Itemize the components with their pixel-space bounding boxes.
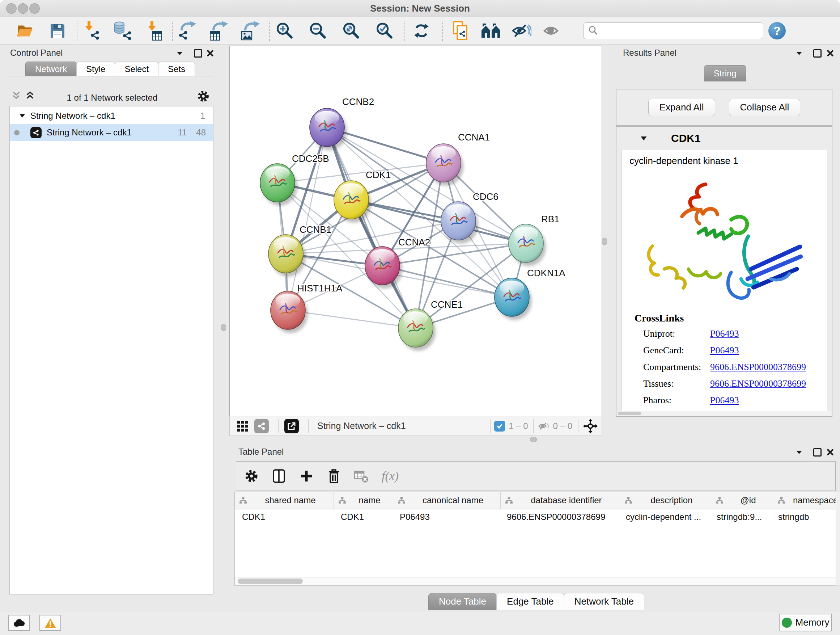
delete-table-button[interactable] [354, 468, 369, 484]
results-panel-float-button[interactable] [813, 49, 822, 57]
zoom-in-button[interactable] [273, 19, 295, 42]
network-canvas[interactable]: CCNB2 CCNA1 CDC25B CDK1 [229, 46, 602, 416]
results-horizontal-scrollbar[interactable] [617, 411, 831, 416]
pan-mode-button[interactable] [582, 418, 599, 434]
export-image-button[interactable] [240, 19, 262, 42]
collapse-section-icon[interactable] [640, 136, 647, 141]
expand-all-button[interactable]: Expand All [648, 99, 715, 116]
network-row-selected[interactable]: String Network – cdk1 11 48 [10, 124, 213, 141]
gear-icon [245, 469, 258, 483]
zoom-fit-content-button[interactable] [339, 19, 362, 42]
tab-style[interactable]: Style [76, 62, 115, 76]
table-body: CDK1CDK1P064939606.ENSP00000378699cyclin… [235, 509, 836, 524]
tab-node-table[interactable]: Node Table [428, 593, 497, 610]
network-status-dot [14, 130, 19, 135]
tab-network[interactable]: Network [25, 62, 77, 76]
collapse-all-button[interactable]: Collapse All [729, 99, 801, 116]
show-all-button[interactable] [540, 19, 563, 42]
tab-string[interactable]: String [704, 65, 746, 81]
network-node-cdc25b[interactable]: CDC25B [260, 153, 329, 206]
tab-select[interactable]: Select [115, 62, 158, 76]
zoom-out-button[interactable] [306, 19, 328, 42]
collapse-all-networks-button[interactable] [11, 91, 21, 99]
export-table-button[interactable] [208, 19, 230, 42]
column-header-description[interactable]: description [620, 492, 711, 509]
hide-selected-button[interactable] [510, 19, 532, 42]
network-panel-options-button[interactable] [197, 90, 210, 103]
selected-items-checkbox[interactable] [494, 421, 505, 432]
table-horizontal-scrollbar[interactable] [235, 577, 836, 585]
open-session-button[interactable] [14, 19, 36, 42]
network-node-hist1h1a[interactable]: HIST1H1A [271, 283, 343, 333]
network-node-rb1[interactable]: RB1 [508, 214, 560, 266]
column-header-databaseidentifier[interactable]: database identifier [501, 492, 620, 509]
control-panel-close-button[interactable] [205, 49, 215, 57]
network-node-ccnb2[interactable]: CCNB2 [309, 96, 374, 150]
tab-network-table[interactable]: Network Table [564, 593, 644, 610]
import-network-from-database-button[interactable] [111, 19, 134, 42]
create-column-button[interactable] [298, 468, 314, 484]
control-panel-float-button[interactable] [193, 49, 202, 57]
hierarchy-icon [777, 497, 785, 504]
import-network-button[interactable] [80, 19, 103, 42]
zoom-selected-button[interactable] [373, 19, 395, 42]
birds-eye-view-button[interactable] [235, 419, 250, 433]
left-splitter-handle[interactable] [221, 324, 226, 331]
column-header-name[interactable]: name [334, 492, 393, 509]
table-panel-menu-button[interactable] [794, 448, 804, 456]
network-edge[interactable] [327, 127, 416, 328]
network-collection-row[interactable]: String Network – cdk1 1 [10, 106, 213, 124]
collection-network-count: 1 [201, 111, 205, 121]
crosslink-link[interactable]: 9606.ENSP00000378699 [710, 378, 806, 389]
results-panel-menu-button[interactable] [794, 49, 804, 57]
delete-column-button[interactable] [326, 468, 342, 484]
search-input[interactable] [602, 25, 763, 36]
tab-edge-table[interactable]: Edge Table [496, 593, 564, 610]
network-graph[interactable]: CCNB2 CCNA1 CDC25B CDK1 [230, 46, 602, 416]
table-row[interactable]: CDK1CDK1P064939606.ENSP00000378699cyclin… [235, 509, 836, 524]
expand-all-networks-button[interactable] [25, 91, 35, 99]
cloud-icon [13, 619, 25, 627]
save-session-button[interactable] [46, 19, 69, 42]
crosslink-link[interactable]: P06493 [710, 395, 739, 406]
right-splitter-handle[interactable] [602, 238, 607, 245]
crosslink-link[interactable]: 9606.ENSP00000378699 [710, 362, 806, 372]
show-columns-button[interactable] [271, 468, 287, 484]
table-vertical-scrollbar[interactable] [836, 492, 840, 586]
detach-view-button[interactable] [284, 419, 299, 433]
table-panel-float-button[interactable] [813, 448, 822, 456]
network-view-share-button[interactable] [254, 419, 269, 433]
crosslink-link[interactable]: P06493 [710, 345, 739, 356]
apply-layout-refresh-button[interactable] [410, 19, 433, 42]
warnings-button[interactable] [39, 615, 61, 631]
crosslink-label: Uniprot: [643, 328, 675, 339]
tree-expand-icon[interactable] [19, 114, 25, 118]
network-node-ccne1[interactable]: CCNE1 [398, 299, 463, 351]
control-panel-menu-button[interactable] [175, 49, 185, 57]
help-button[interactable]: ? [768, 22, 786, 40]
crosslink-link[interactable]: P06493 [710, 328, 739, 339]
node-label: HIST1H1A [297, 283, 343, 294]
duplicate-network-button[interactable] [449, 19, 472, 42]
protein-card-header[interactable]: CDK1 [616, 127, 832, 150]
network-node-ccna1[interactable]: CCNA1 [426, 132, 490, 186]
hidden-items-icon [537, 421, 550, 432]
memory-status-button[interactable]: Memory [779, 614, 832, 631]
table-panel-close-button[interactable] [826, 448, 835, 456]
table-options-button[interactable] [243, 468, 259, 484]
export-network-button[interactable] [176, 19, 198, 42]
column-header-sharedname[interactable]: shared name [235, 492, 334, 509]
column-header-id[interactable]: @id [711, 492, 773, 509]
bottom-splitter-handle[interactable] [530, 437, 537, 442]
first-neighbors-button[interactable] [480, 19, 502, 42]
results-panel-close-button[interactable] [826, 49, 835, 57]
import-table-button[interactable] [142, 19, 165, 42]
column-header-canonicalname[interactable]: canonical name [393, 492, 501, 509]
function-builder-button[interactable]: f(x) [382, 469, 399, 483]
cloud-status-button[interactable] [8, 615, 30, 631]
tab-sets[interactable]: Sets [158, 62, 195, 76]
node-label: CDC25B [292, 153, 329, 164]
close-icon [827, 449, 834, 455]
network-node-cdkn1a[interactable]: CDKN1A [494, 268, 565, 320]
column-header-namespace[interactable]: namespace [773, 492, 836, 509]
